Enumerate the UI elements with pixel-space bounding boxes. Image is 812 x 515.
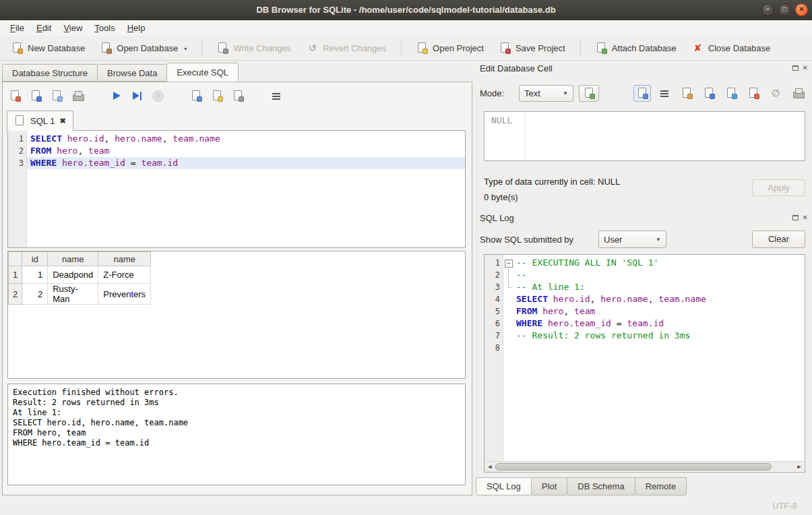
- find-replace-button[interactable]: [232, 90, 244, 102]
- log-filter-combo[interactable]: User ▼: [598, 231, 666, 248]
- menu-view[interactable]: View: [57, 20, 88, 36]
- save-results-view-icon: [212, 90, 223, 102]
- execute-all-button[interactable]: [111, 90, 122, 102]
- bottom-tab-sql-log[interactable]: SQL Log: [476, 477, 532, 495]
- maximize-button[interactable]: □: [778, 3, 791, 16]
- float-icon[interactable]: [792, 215, 799, 220]
- word-wrap-button[interactable]: [656, 85, 673, 102]
- fold-marker-icon[interactable]: [503, 257, 513, 269]
- column-header[interactable]: name: [98, 252, 151, 266]
- execute-all-icon: [111, 90, 122, 102]
- close-tab-icon[interactable]: ✖: [59, 117, 65, 125]
- bottom-tab-remote[interactable]: Remote: [635, 477, 687, 495]
- import-cell-icon: [748, 88, 759, 99]
- menu-file[interactable]: File: [4, 20, 30, 36]
- results-table[interactable]: idnamename 11DeadpondZ-Force22Rusty-ManP…: [8, 251, 151, 305]
- open-project-button[interactable]: Open Project: [410, 40, 490, 57]
- tab-browse-data[interactable]: Browse Data: [97, 64, 167, 82]
- save-project-button[interactable]: Save Project: [493, 40, 571, 57]
- text-view-button[interactable]: [633, 85, 651, 102]
- open-file-button[interactable]: [678, 85, 695, 102]
- table-cell[interactable]: 2: [22, 284, 48, 305]
- table-cell[interactable]: Rusty-Man: [48, 284, 98, 305]
- save-sql-file-button[interactable]: [30, 90, 42, 102]
- code-line: WHERE hero.team_id = team.id: [27, 157, 465, 169]
- export-cell-button[interactable]: [722, 85, 740, 102]
- code-token: ,: [563, 306, 574, 316]
- attach-database-button[interactable]: Attach Database: [590, 40, 683, 57]
- table-cell[interactable]: Deadpond: [48, 266, 98, 284]
- open-sql-file-button[interactable]: [9, 90, 21, 102]
- edit-cell-dock: ✕: [792, 65, 808, 71]
- import-cell-button[interactable]: [745, 85, 762, 102]
- save-as-file-button[interactable]: [700, 85, 718, 102]
- apply-button[interactable]: Apply: [752, 179, 805, 196]
- menu-tools[interactable]: Tools: [88, 20, 121, 36]
- code-token: hero.team_id: [548, 318, 611, 328]
- column-header[interactable]: name: [48, 252, 98, 266]
- fold-marker-icon[interactable]: [503, 269, 513, 281]
- close-icon[interactable]: ✕: [803, 65, 808, 71]
- code-token: team.id: [141, 158, 178, 168]
- open-database-icon: [100, 42, 112, 54]
- clear-button[interactable]: Clear: [752, 231, 805, 248]
- line-number: 4: [485, 293, 500, 305]
- print-cell-button[interactable]: [789, 85, 807, 102]
- h-scrollbar[interactable]: ◀ ▶: [485, 461, 804, 471]
- float-icon[interactable]: [792, 65, 799, 71]
- row-header[interactable]: 2: [9, 284, 22, 305]
- toolbar-label: Write Changes: [233, 43, 291, 53]
- code-area: SELECT hero.id, hero.name, team.nameFROM…: [27, 131, 465, 247]
- set-null-button[interactable]: ∅: [767, 85, 784, 102]
- write-changes-icon: [217, 42, 228, 54]
- tab-execute-sql[interactable]: Execute SQL: [166, 63, 239, 82]
- menu-help[interactable]: Help: [121, 20, 152, 36]
- minimize-button[interactable]: –: [761, 3, 774, 16]
- scroll-right-icon[interactable]: ▶: [794, 462, 804, 471]
- bottom-tab-db-schema[interactable]: DB Schema: [567, 477, 635, 495]
- table-cell[interactable]: 1: [22, 266, 48, 284]
- cell-value: NULL: [491, 115, 512, 125]
- menu-edit[interactable]: Edit: [30, 20, 57, 36]
- print-button[interactable]: [72, 90, 84, 102]
- close-button[interactable]: ✕: [795, 3, 808, 16]
- open-file-icon: [681, 88, 693, 99]
- log-filter-value: User: [604, 235, 622, 245]
- scroll-left-icon[interactable]: ◀: [485, 462, 495, 471]
- save-results-view-button[interactable]: [212, 90, 223, 102]
- revert-changes-icon: ↺: [307, 42, 318, 54]
- fold-cell: [503, 330, 513, 342]
- open-database-button[interactable]: Open Database▾: [94, 40, 193, 57]
- code-line: FROM hero, team: [27, 145, 465, 157]
- table-row: 22Rusty-ManPreventers: [9, 284, 151, 305]
- row-header[interactable]: 1: [9, 266, 22, 284]
- log-editor[interactable]: ◀ ▶ 12345678-- EXECUTING ALL IN 'SQL 1'-…: [484, 254, 805, 473]
- close-icon[interactable]: ✕: [803, 214, 808, 221]
- scrollbar-thumb[interactable]: [495, 463, 772, 471]
- new-database-button[interactable]: New Database: [5, 40, 91, 57]
- table-cell[interactable]: Z-Force: [98, 266, 151, 284]
- fold-marker-icon[interactable]: [503, 281, 513, 293]
- line-number: 2: [485, 269, 500, 281]
- mode-combo[interactable]: Text ▼: [519, 85, 573, 102]
- export-results-button[interactable]: [191, 90, 202, 102]
- code-token: =: [125, 158, 141, 168]
- execute-current-line-button[interactable]: [131, 90, 143, 102]
- table-cell[interactable]: Preventers: [98, 284, 151, 305]
- close-database-button[interactable]: ✘Close Database: [686, 40, 777, 57]
- column-header[interactable]: id: [22, 252, 48, 266]
- code-token: SELECT: [516, 294, 553, 304]
- cell-editor[interactable]: NULL: [484, 111, 805, 161]
- format-sql-button[interactable]: [271, 90, 282, 102]
- code-token: =: [611, 318, 627, 328]
- tab-database-structure[interactable]: Database Structure: [2, 64, 98, 82]
- menu-bar: FileEditViewToolsHelp: [0, 20, 812, 36]
- exec-log[interactable]: Execution finished without errors. Resul…: [7, 384, 466, 485]
- save-sql-as-button[interactable]: [51, 90, 63, 102]
- sql-tab[interactable]: SQL 1 ✖: [7, 111, 73, 131]
- sql-editor[interactable]: 123SELECT hero.id, hero.name, team.nameF…: [7, 130, 466, 248]
- auto-switch-mode-button[interactable]: [579, 85, 599, 102]
- sql-file-icon: [14, 115, 26, 127]
- bottom-tab-plot[interactable]: Plot: [531, 477, 567, 495]
- code-token: hero.name: [115, 133, 162, 144]
